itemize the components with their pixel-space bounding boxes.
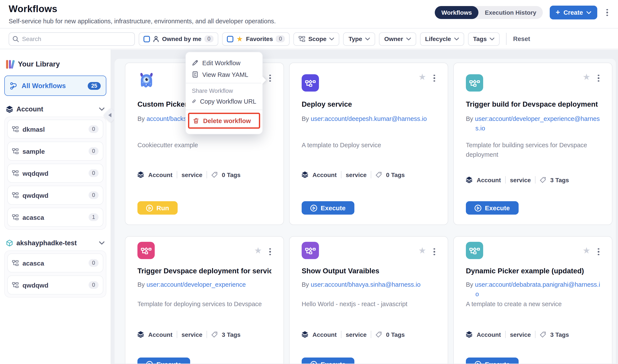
workflow-title: Trigger build for Devspace deployment [466, 100, 600, 108]
sidebar-item-qwdqwd-2[interactable]: qwdqwd 0 [7, 275, 103, 295]
scope-label: Account [477, 176, 501, 183]
menu-item-label: Edit Workflow [202, 59, 241, 66]
card-kebab-menu-icon[interactable] [431, 247, 437, 257]
layers-icon [302, 331, 308, 338]
chevron-down-icon [99, 107, 105, 111]
workflow-owner: By user:account/developer_experience@har… [466, 114, 603, 133]
sidebar-group-account[interactable]: Account [6, 105, 105, 113]
workflow-card-icon [466, 242, 483, 259]
workflow-card-icon [302, 74, 319, 91]
favorites-checkbox[interactable] [227, 36, 233, 42]
scope-dropdown[interactable]: Scope [294, 32, 339, 46]
execute-button-label: Execute [321, 361, 346, 364]
scope-label: Account [148, 171, 173, 178]
favorite-star-icon[interactable]: ★ [418, 72, 426, 82]
reset-filters-button[interactable]: Reset [513, 35, 530, 42]
search-input[interactable] [9, 32, 135, 46]
sidebar-item-sample[interactable]: sample 0 [7, 142, 103, 161]
owner-link[interactable]: user:account/debabrata.panigrahi@harness… [475, 281, 600, 298]
owned-by-me-checkbox[interactable] [144, 36, 150, 42]
owner-link[interactable]: user:account/bhavya.sinha@harness.io [311, 281, 420, 288]
card-kebab-menu-icon[interactable] [267, 73, 273, 83]
tag-icon [376, 331, 382, 338]
scope-label: Account [477, 331, 501, 338]
workflow-card-show-output-variables[interactable]: ★ Show Output Varaibles By user:account/… [289, 236, 448, 364]
layers-icon [137, 171, 144, 178]
chevron-down-icon [330, 37, 334, 40]
share-workflow-section-label: Share Workflow [192, 86, 256, 95]
card-kebab-menu-icon[interactable] [431, 73, 437, 83]
type-dropdown[interactable]: Type [343, 32, 375, 46]
owner-link[interactable]: user:account/developer_experience@harnes… [475, 115, 600, 132]
favorite-star-icon[interactable]: ★ [583, 245, 590, 256]
menu-item-edit-workflow[interactable]: Edit Workflow [192, 57, 256, 69]
favorite-star-icon[interactable]: ★ [418, 245, 426, 256]
workflows-page: Workflows Self-service hub for new appli… [0, 0, 618, 364]
menu-item-delete-workflow[interactable]: Delete workflow [193, 115, 255, 127]
list-item-label: qwdqwd [23, 281, 85, 289]
by-label: By [137, 281, 145, 288]
owner-link[interactable]: user:account/deepesh.kumar@harness.io [311, 115, 427, 122]
run-button[interactable]: Run [137, 201, 178, 215]
execute-button[interactable]: Execute [466, 201, 518, 215]
workflow-card-icon [466, 74, 483, 91]
play-icon [474, 205, 482, 211]
owner-link[interactable]: account/backs [147, 115, 187, 122]
tree-icon [12, 260, 19, 266]
sidebar-item-dkmasl[interactable]: dkmasl 0 [7, 120, 103, 139]
sidebar-item-all-workflows[interactable]: All Workflows 25 [4, 76, 106, 96]
workflow-owner: By user:account/developer_experience [137, 280, 274, 289]
page-kebab-menu-icon[interactable] [604, 8, 610, 17]
all-workflows-label: All Workflows [22, 82, 84, 90]
tags-dropdown[interactable]: Tags [468, 32, 500, 46]
type-label: service [510, 176, 531, 183]
owner-dropdown[interactable]: Owner [379, 32, 416, 46]
favorite-star-icon[interactable]: ★ [254, 245, 262, 256]
count-badge: 1 [89, 213, 98, 221]
card-kebab-menu-icon[interactable] [267, 247, 273, 257]
lifecycle-dropdown-label: Lifecycle [425, 35, 451, 42]
favorite-star-icon[interactable]: ★ [583, 72, 590, 82]
execute-button[interactable]: Execute [302, 201, 354, 215]
scope-label: Account [148, 331, 173, 338]
menu-item-label: View Raw YAML [202, 71, 248, 78]
workflow-description: Template for building services for Devsp… [466, 141, 600, 159]
workflow-title: Trigger Devspace deployment for services [137, 267, 271, 275]
card-kebab-menu-icon[interactable] [595, 73, 602, 83]
sidebar-item-acasca[interactable]: acasca 1 [7, 208, 103, 227]
toggle-workflows[interactable]: Workflows [435, 6, 478, 19]
sidebar-group-akshayphadke-test[interactable]: akshayphadke-test [6, 239, 105, 247]
menu-item-view-raw-yaml[interactable]: View Raw YAML [192, 69, 256, 80]
execute-button[interactable]: Execute [466, 358, 518, 364]
workflow-owner: By user:account/bhavya.sinha@harness.io [302, 280, 438, 289]
chevron-down-icon [454, 37, 459, 40]
card-kebab-menu-icon[interactable] [595, 247, 602, 257]
owned-by-me-filter[interactable]: Owned by me 0 [139, 32, 218, 46]
workflow-card-deploy-service[interactable]: ★ Deploy service By user:account/deepesh… [289, 63, 448, 225]
person-icon [153, 36, 159, 42]
tags-label: 3 Tags [550, 176, 569, 183]
toggle-execution-history[interactable]: Execution History [478, 6, 543, 19]
tree-icon [12, 192, 19, 198]
sidebar-item-acasca-2[interactable]: acasca 0 [7, 253, 103, 273]
workflow-card-trigger-build-devspace[interactable]: ★ Trigger build for Devspace deployment … [453, 63, 612, 225]
owner-link[interactable]: user:account/developer_experience [147, 281, 246, 288]
by-label: By [466, 281, 473, 288]
create-button[interactable]: + Create [550, 6, 597, 19]
favorites-filter[interactable]: ★ Favorites 0 [222, 32, 290, 46]
execute-button[interactable]: Execute [137, 358, 190, 364]
execute-button[interactable]: Execute [302, 358, 354, 364]
sidebar-item-wqdqwd[interactable]: wqdqwd 0 [7, 164, 103, 183]
view-toggle: Workflows Execution History [435, 6, 543, 19]
workflow-card-trigger-devspace-services[interactable]: ★ Trigger Devspace deployment for servic… [125, 236, 284, 364]
type-label: service [346, 331, 367, 338]
by-label: By [302, 115, 309, 122]
workflow-card-dynamic-picker[interactable]: ★ Dynamic Picker example (updated) By us… [453, 236, 612, 364]
layers-icon [137, 331, 144, 338]
sidebar-item-qwdqwd[interactable]: qwdqwd 0 [7, 186, 103, 205]
execute-button-label: Execute [156, 361, 181, 364]
tags-label: 3 Tags [550, 331, 569, 338]
search-icon [13, 36, 19, 42]
lifecycle-dropdown[interactable]: Lifecycle [420, 32, 464, 46]
menu-item-copy-workflow-url[interactable]: Copy Workflow URL [192, 95, 256, 107]
